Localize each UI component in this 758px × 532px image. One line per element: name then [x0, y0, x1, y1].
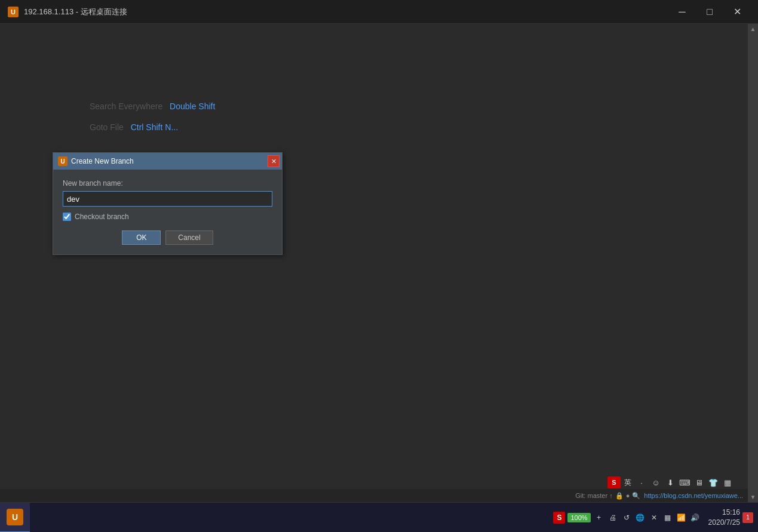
tray-icon-refresh[interactable]: ↺ [621, 512, 633, 524]
sougou-skin[interactable]: 👕 [707, 476, 720, 489]
sougou-download[interactable]: ⬇ [664, 476, 677, 489]
taskbar-tray-icons: + 🖨 ↺ 🌐 ✕ ▦ 📶 🔊 [593, 512, 701, 524]
sougou-lang[interactable]: 英 [622, 478, 634, 488]
title-bar: U 192.168.1.113 - 远程桌面连接 ─ □ ✕ [0, 0, 758, 24]
dialog-title-bar: U Create New Branch ✕ [53, 153, 282, 170]
tray-icon-globe[interactable]: 🌐 [634, 512, 646, 524]
title-bar-text: 192.168.1.113 - 远程桌面连接 [24, 7, 668, 17]
sougou-monitor[interactable]: 🖥 [692, 476, 705, 489]
sougou-keyboard[interactable]: ⌨ [678, 476, 691, 489]
minimize-button[interactable]: ─ [668, 0, 696, 24]
sougou-icon[interactable]: S [607, 476, 621, 488]
app-icon: U [7, 6, 19, 18]
checkout-branch-label: Checkout branch [75, 213, 129, 221]
tray-icon-x[interactable]: ✕ [648, 512, 660, 524]
right-scrollbar[interactable]: ▲ ▼ [748, 24, 758, 502]
cancel-button[interactable]: Cancel [165, 230, 213, 245]
sougou-emoticon[interactable]: ☺ [649, 476, 662, 489]
maximize-button[interactable]: □ [696, 0, 723, 24]
dialog-close-button[interactable]: ✕ [268, 155, 280, 167]
taskbar-app-icon: U [7, 509, 23, 525]
dialog-overlay: U Create New Branch ✕ New branch name: C… [0, 24, 748, 502]
git-status[interactable]: Git: master ↑ 🔒 ● 🔍 [572, 492, 644, 500]
taskbar-app-intellij[interactable]: U [0, 503, 30, 533]
sougou-grid[interactable]: ▦ [721, 476, 734, 489]
title-bar-controls: ─ □ ✕ [668, 0, 751, 24]
sougou-input-bar: S 英 · ☺ ⬇ ⌨ 🖥 👕 ▦ [607, 476, 734, 489]
taskbar-notification[interactable]: 1 [742, 512, 753, 523]
taskbar-battery: 100% [567, 513, 590, 522]
sougou-setting1[interactable]: · [635, 476, 648, 489]
dialog-app-icon: U [58, 156, 67, 166]
tray-icon-volume[interactable]: 🔊 [689, 512, 701, 524]
taskbar-right: S 100% + 🖨 ↺ 🌐 ✕ ▦ 📶 🔊 15:16 2020/7/25 1 [548, 508, 758, 528]
dialog-body: New branch name: Checkout branch OK Canc… [53, 170, 282, 254]
checkout-branch-checkbox[interactable] [63, 213, 71, 221]
main-area: Search Everywhere Double Shift Goto File… [0, 24, 748, 502]
tray-icon-plus[interactable]: + [593, 512, 605, 524]
tray-icon-grid[interactable]: ▦ [662, 512, 674, 524]
scroll-down-arrow[interactable]: ▼ [748, 492, 758, 502]
branch-name-label: New branch name: [63, 179, 272, 187]
scroll-up-arrow[interactable]: ▲ [748, 24, 758, 34]
ok-button[interactable]: OK [122, 230, 161, 245]
tray-icon-print[interactable]: 🖨 [607, 512, 619, 524]
create-branch-dialog: U Create New Branch ✕ New branch name: C… [53, 152, 283, 255]
taskbar-clock: 15:16 2020/7/25 [704, 508, 740, 528]
status-url: https://blog.csdn.net/yemuxiawe... [644, 492, 743, 499]
dialog-title-text: Create New Branch [71, 157, 277, 165]
url-bar: Git: master ↑ 🔒 ● 🔍 https://blog.csdn.ne… [0, 489, 748, 502]
taskbar-sougou[interactable]: S [553, 512, 565, 524]
close-button[interactable]: ✕ [723, 0, 751, 24]
branch-name-input[interactable] [63, 191, 272, 207]
dialog-buttons: OK Cancel [63, 230, 272, 245]
tray-icon-signal[interactable]: 📶 [676, 512, 688, 524]
taskbar: U S 100% + 🖨 ↺ 🌐 ✕ ▦ 📶 🔊 15:16 2020/7/25… [0, 502, 758, 532]
checkout-branch-row: Checkout branch [63, 213, 272, 221]
